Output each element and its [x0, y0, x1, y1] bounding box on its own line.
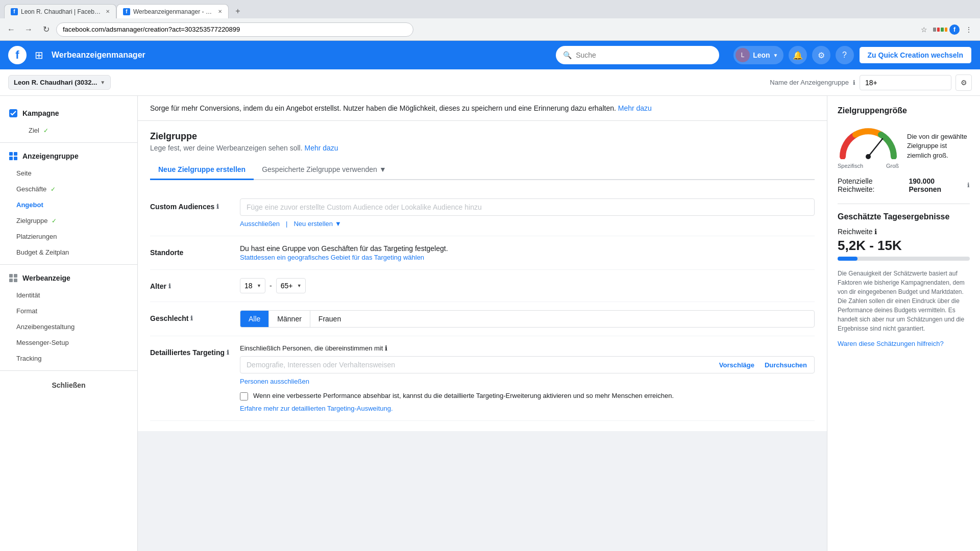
tab1-close[interactable]: ✕ [106, 9, 110, 14]
sidebar-item-anzeibengestaltung[interactable]: Anzeibengestaltung [0, 319, 137, 335]
zielgruppe-subtitle: Lege fest, wer deine Werbeanzeigen sehen… [150, 144, 815, 152]
sidebar-item-budget[interactable]: Budget & Zeitplan [0, 244, 137, 260]
gender-maenner-button[interactable]: Männer [269, 311, 310, 327]
gender-frauen-button[interactable]: Frauen [310, 311, 349, 327]
targeting-erweiterung-checkbox[interactable] [240, 392, 248, 400]
sidebar-campaign-label: Kampagne [22, 109, 59, 117]
detailliertes-control: Einschließlich Personen, die übereinstim… [240, 344, 815, 412]
fb-search-bar: 🔍 [556, 46, 719, 64]
zielgruppe-tabs: Neue Zielgruppe erstellen Gespeicherte Z… [150, 160, 815, 180]
geschlecht-info-icon[interactable]: ℹ [190, 315, 193, 322]
browser-tab-2[interactable]: f Werbeanzeigenmanager - Cr... ✕ [116, 4, 229, 18]
sidebar-werbeanzeige-header: Werbeanzeige [0, 269, 137, 287]
avatar: L [736, 48, 750, 62]
zielgruppengroesse-title: Zielgruppengröße [838, 106, 970, 115]
user-menu-button[interactable]: L Leon ▼ [733, 46, 783, 64]
standorte-row: Standorte Du hast eine Gruppe von Geschä… [150, 236, 815, 270]
targeting-input[interactable] [244, 359, 712, 371]
account-chevron-icon: ▼ [100, 80, 105, 85]
fb-header: f ⊞ Werbeanzeigenmanager 🔍 L Leon ▼ 🔔 ⚙ … [0, 41, 980, 69]
zielgruppe-check-icon: ✓ [52, 217, 57, 224]
age-max-select[interactable]: 65+ 18 20 21 25 30 35 40 45 50 [276, 278, 306, 293]
quick-creation-button[interactable]: Zu Quick Creation wechseln [859, 46, 972, 64]
zielgruppe-mehr-link[interactable]: Mehr dazu [305, 144, 338, 152]
neu-erstellen-button[interactable]: Neu erstellen ▼ [293, 220, 341, 228]
settings-header-icon[interactable]: ⚙ [812, 46, 830, 64]
tab-neue-zielgruppe[interactable]: Neue Zielgruppe erstellen [150, 160, 254, 180]
audience-separator: | [286, 220, 287, 228]
neu-erstellen-chevron-icon: ▼ [335, 220, 341, 228]
personen-ausschliessen-link[interactable]: Personen ausschließen [240, 378, 309, 385]
estimated-title: Geschätzte Tagesergebnisse [838, 212, 970, 221]
right-panel: Zielgruppengröße Spez [827, 96, 980, 551]
potential-reach-info-icon[interactable]: ℹ [967, 182, 970, 189]
custom-audiences-label: Custom Audiences ℹ [150, 198, 232, 211]
adgroup-icon [8, 151, 18, 161]
help-icon[interactable]: ? [836, 46, 854, 64]
gauge-label-gross: Groß [886, 163, 899, 169]
custom-audience-input[interactable] [240, 198, 815, 216]
address-bar[interactable] [56, 22, 413, 37]
reach-value: 5,2K - 15K [838, 238, 970, 254]
sidebar-item-format[interactable]: Format [0, 303, 137, 319]
ausschliessen-link[interactable]: Ausschließen [240, 220, 280, 228]
reach-info-icon[interactable]: ℹ [874, 228, 877, 236]
sidebar-geschaefte-label: Geschäfte [16, 185, 46, 193]
account-selector[interactable]: Leon R. Chaudhari (3032... ▼ [8, 75, 111, 90]
fb-logo: f [8, 46, 27, 64]
notification-bell-icon[interactable]: 🔔 [789, 46, 807, 64]
alter-row: Alter ℹ 18 13 14 15 16 [150, 270, 815, 302]
ad-group-settings-button[interactable]: ⚙ [955, 74, 972, 91]
targeting-extension-link[interactable]: Erfahre mehr zur detaillierten Targeting… [240, 405, 815, 412]
intro-card: Sorge für mehr Conversions, indem du ein… [138, 96, 827, 121]
search-input[interactable] [576, 51, 712, 59]
sidebar-item-ziel[interactable]: Ziel ✓ [0, 122, 137, 138]
sidebar-item-geschaefte[interactable]: Geschäfte ✓ [0, 181, 137, 197]
tab2-close[interactable]: ✕ [218, 9, 222, 14]
gender-alle-button[interactable]: Alle [240, 311, 269, 327]
bookmark-icon[interactable]: ☆ [917, 22, 931, 37]
potential-reach-value: 190.000 Personen [909, 177, 965, 193]
tab-gespeicherte-zielgruppe[interactable]: Gespeicherte Zielgruppe verwenden ▼ [254, 160, 395, 180]
sidebar-item-zielgruppe[interactable]: Zielgruppe ✓ [0, 213, 137, 229]
sidebar-item-seite[interactable]: Seite [0, 165, 137, 181]
detailliertes-info-icon[interactable]: ℹ [227, 349, 229, 356]
ad-group-info-icon: ℹ [853, 79, 855, 86]
ad-group-name-input[interactable] [860, 75, 951, 90]
custom-audiences-info-icon[interactable]: ℹ [216, 203, 219, 210]
age-max-wrapper: 65+ 18 20 21 25 30 35 40 45 50 [276, 278, 306, 293]
age-min-select[interactable]: 18 13 14 15 16 17 19 20 21 25 [240, 278, 265, 293]
sidebar-item-tracking[interactable]: Tracking [0, 350, 137, 366]
fb-app-name: Werbeanzeigenmanager [52, 51, 145, 60]
sidebar-adgroup-section: Anzeigengruppe Seite Geschäfte ✓ Angebot… [0, 147, 137, 260]
grid-icon[interactable]: ⊞ [35, 49, 43, 61]
new-tab-button[interactable]: + [231, 4, 245, 18]
back-button[interactable]: ← [4, 22, 18, 37]
extensions-icon[interactable] [933, 22, 947, 37]
tab2-favicon: f [123, 8, 130, 15]
sidebar-item-angebot[interactable]: Angebot [0, 197, 137, 213]
fb-icon-ext[interactable]: f [949, 24, 960, 35]
standorte-link[interactable]: Stattdessen ein geografisches Gebiet für… [240, 254, 815, 261]
sidebar-item-messenger[interactable]: Messenger-Setup [0, 335, 137, 350]
vorschlaege-button[interactable]: Vorschläge [716, 359, 757, 371]
sidebar-campaign-header: Kampagne [0, 104, 137, 122]
sidebar-item-identitaet[interactable]: Identität [0, 287, 137, 303]
helpful-link[interactable]: Waren diese Schätzungen hilfreich? [838, 340, 944, 347]
detailliertes-label: Detailliertes Targeting ℹ [150, 344, 232, 357]
sidebar-item-platzierungen[interactable]: Platzierungen [0, 229, 137, 244]
forward-button[interactable]: → [21, 22, 36, 37]
menu-icon[interactable]: ⋮ [962, 22, 976, 37]
gauge-labels: Spezifisch Groß [838, 163, 899, 169]
alter-control: 18 13 14 15 16 17 19 20 21 25 [240, 278, 815, 293]
sidebar-adgroup-label: Anzeigengruppe [22, 152, 79, 160]
reload-button[interactable]: ↻ [39, 22, 53, 37]
intro-link[interactable]: Mehr dazu [618, 104, 652, 112]
alter-info-icon[interactable]: ℹ [168, 283, 171, 290]
zielgruppe-section: Zielgruppe Lege fest, wer deine Werbeanz… [138, 121, 827, 431]
reach-bar-fill [838, 257, 857, 261]
custom-audiences-row: Custom Audiences ℹ Ausschließen | Neu er… [150, 190, 815, 236]
durchsuchen-button[interactable]: Durchsuchen [762, 359, 810, 371]
browser-tab-1[interactable]: f Leon R. Chaudhari | Facebook ✕ [4, 4, 116, 18]
close-button[interactable]: Schließen [0, 375, 137, 395]
